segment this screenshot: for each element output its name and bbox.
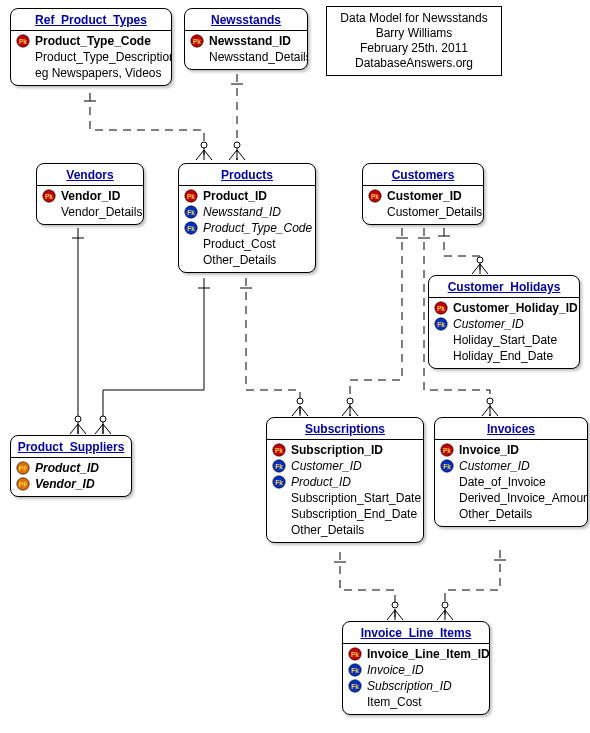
fk-key-icon: Fk bbox=[183, 221, 201, 235]
pk-key-icon: Pk bbox=[347, 647, 365, 661]
attribute-name: Other_Details bbox=[289, 523, 364, 537]
svg-line-1 bbox=[196, 150, 204, 160]
entity-attrs: Pk Product_ID Fk Newsstand_ID Fk Product… bbox=[179, 186, 315, 272]
entity-title: Vendors bbox=[37, 164, 143, 186]
entity-attrs: Pk Vendor_IDVendor_Details bbox=[37, 186, 143, 224]
entity-vendors: Vendors Pk Vendor_IDVendor_Details bbox=[36, 163, 144, 225]
attribute-name: Other_Details bbox=[457, 507, 532, 521]
svg-line-9 bbox=[237, 150, 245, 160]
annotation-line: DatabaseAnswers.org bbox=[335, 56, 493, 71]
svg-line-25 bbox=[300, 406, 308, 416]
diagram-annotation: Data Model for Newsstands Barry Williams… bbox=[326, 6, 502, 76]
svg-text:PF: PF bbox=[19, 465, 27, 472]
entity-title: Ref_Product_Types bbox=[11, 9, 171, 31]
attribute-name: Product_Cost bbox=[201, 237, 276, 251]
svg-point-36 bbox=[347, 398, 353, 404]
erd-canvas: { "annotation": { "line1": "Data Model f… bbox=[0, 0, 590, 733]
fk-key-icon: Fk bbox=[439, 459, 457, 473]
attribute-name: Holiday_End_Date bbox=[451, 349, 553, 363]
entity-invoice-line-items: Invoice_Line_Items Pk Invoice_Line_Item_… bbox=[342, 621, 490, 715]
entity-ref-product-types: Ref_Product_Types Pk Product_Type_CodePr… bbox=[10, 8, 172, 86]
attribute-name: Subscription_End_Date bbox=[289, 507, 417, 521]
attribute-row: Holiday_Start_Date bbox=[429, 332, 579, 348]
attribute-row: Subscription_Start_Date bbox=[267, 490, 423, 506]
svg-line-33 bbox=[342, 406, 350, 416]
svg-point-4 bbox=[201, 142, 207, 148]
svg-line-50 bbox=[445, 610, 453, 620]
svg-text:PF: PF bbox=[19, 481, 27, 488]
entity-title: Products bbox=[179, 164, 315, 186]
attribute-row: Product_Type_Description bbox=[11, 49, 171, 65]
svg-line-18 bbox=[95, 424, 103, 434]
svg-line-35 bbox=[350, 406, 358, 416]
entity-attrs: Pk Invoice_ID Fk Customer_IDDate_of_Invo… bbox=[435, 440, 587, 526]
svg-text:Fk: Fk bbox=[187, 209, 195, 216]
attribute-row: Fk Invoice_ID bbox=[343, 662, 489, 678]
attribute-row: eg Newspapers, Videos bbox=[11, 65, 171, 81]
attribute-name: Invoice_ID bbox=[365, 663, 424, 677]
svg-point-16 bbox=[75, 416, 81, 422]
attribute-row: Pk Customer_Holiday_ID bbox=[429, 300, 579, 316]
attribute-row: Pk Invoice_ID bbox=[435, 442, 587, 458]
attribute-row: Other_Details bbox=[267, 522, 423, 538]
annotation-line: Barry Williams bbox=[335, 26, 493, 41]
svg-line-40 bbox=[490, 406, 498, 416]
svg-point-21 bbox=[100, 416, 106, 422]
svg-text:Pk: Pk bbox=[443, 447, 451, 454]
svg-text:Pk: Pk bbox=[45, 193, 53, 200]
svg-line-23 bbox=[292, 406, 300, 416]
attribute-name: Product_ID bbox=[33, 461, 99, 475]
attribute-row: Pk Product_Type_Code bbox=[11, 33, 171, 49]
attribute-name: Subscription_Start_Date bbox=[289, 491, 421, 505]
svg-text:Fk: Fk bbox=[437, 321, 445, 328]
pk-key-icon: Pk bbox=[439, 443, 457, 457]
no-key-icon bbox=[439, 491, 457, 505]
attribute-row: Subscription_End_Date bbox=[267, 506, 423, 522]
attribute-row: Fk Customer_ID bbox=[429, 316, 579, 332]
entity-invoices: Invoices Pk Invoice_ID Fk Customer_IDDat… bbox=[434, 417, 588, 527]
attribute-name: Product_ID bbox=[289, 475, 351, 489]
entity-attrs: Pk Newsstand_IDNewsstand_Details bbox=[185, 31, 307, 69]
entity-title: Invoice_Line_Items bbox=[343, 622, 489, 644]
no-key-icon bbox=[433, 349, 451, 363]
no-key-icon bbox=[271, 523, 289, 537]
attribute-name: Customer_ID bbox=[289, 459, 362, 473]
fk-key-icon: Fk bbox=[347, 663, 365, 677]
svg-line-7 bbox=[229, 150, 237, 160]
attribute-row: Fk Product_ID bbox=[267, 474, 423, 490]
attribute-name: Newsstand_ID bbox=[201, 205, 281, 219]
no-key-icon bbox=[367, 205, 385, 219]
attribute-row: Pk Subscription_ID bbox=[267, 442, 423, 458]
svg-point-51 bbox=[442, 602, 448, 608]
svg-text:Pk: Pk bbox=[437, 305, 445, 312]
svg-text:Pk: Pk bbox=[371, 193, 379, 200]
entity-attrs: Pk Product_Type_CodeProduct_Type_Descrip… bbox=[11, 31, 171, 85]
attribute-row: Fk Subscription_ID bbox=[343, 678, 489, 694]
attribute-row: Holiday_End_Date bbox=[429, 348, 579, 364]
attribute-row: Pk Newsstand_ID bbox=[185, 33, 307, 49]
attribute-name: Invoice_ID bbox=[457, 443, 519, 457]
svg-line-43 bbox=[387, 610, 395, 620]
attribute-row: Pk Customer_ID bbox=[363, 188, 483, 204]
attribute-name: Vendor_ID bbox=[59, 189, 120, 203]
svg-text:Fk: Fk bbox=[443, 463, 451, 470]
attribute-name: Newsstand_Details bbox=[207, 50, 308, 64]
pk-key-icon: Pk bbox=[271, 443, 289, 457]
svg-text:Pk: Pk bbox=[193, 38, 201, 45]
svg-text:Pk: Pk bbox=[275, 447, 283, 454]
attribute-name: Derived_Invoice_Amount bbox=[457, 491, 588, 505]
annotation-line: Data Model for Newsstands bbox=[335, 11, 493, 26]
svg-point-31 bbox=[477, 257, 483, 263]
attribute-name: Invoice_Line_Item_ID bbox=[365, 647, 490, 661]
no-key-icon bbox=[15, 66, 33, 80]
entity-customers: Customers Pk Customer_IDCustomer_Details bbox=[362, 163, 484, 225]
svg-text:Pk: Pk bbox=[19, 38, 27, 45]
svg-line-28 bbox=[472, 264, 480, 274]
attribute-name: Subscription_ID bbox=[365, 679, 452, 693]
attribute-name: eg Newspapers, Videos bbox=[33, 66, 162, 80]
fk-key-icon: Fk bbox=[433, 317, 451, 331]
attribute-row: Date_of_Invoice bbox=[435, 474, 587, 490]
entity-attrs: Pk Customer_Holiday_ID Fk Customer_IDHol… bbox=[429, 298, 579, 368]
pf-key-icon: PF bbox=[15, 461, 33, 475]
attribute-row: Other_Details bbox=[435, 506, 587, 522]
